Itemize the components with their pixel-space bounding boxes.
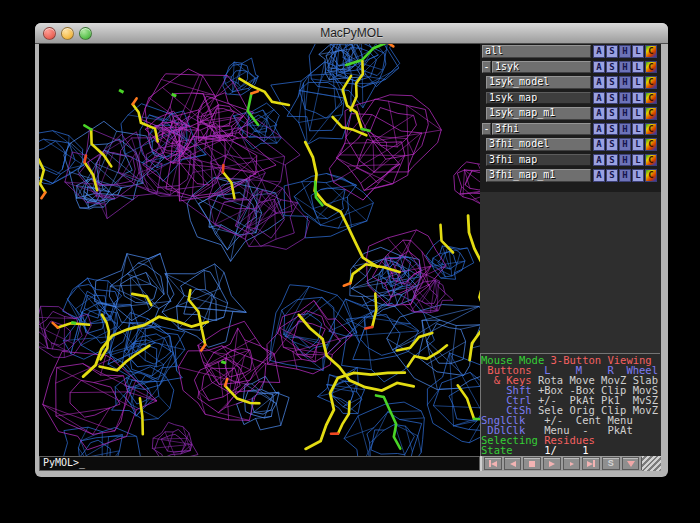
stop-button[interactable] xyxy=(523,457,541,470)
h-menu-button[interactable]: H xyxy=(619,76,631,89)
play-button[interactable] xyxy=(543,457,561,470)
a-menu-button[interactable]: A xyxy=(593,92,605,105)
h-menu-button[interactable]: H xyxy=(619,45,631,58)
l-menu-button[interactable]: L xyxy=(632,169,644,182)
object-name-3fhi[interactable]: 3fhi xyxy=(492,123,591,136)
scene-button[interactable]: S xyxy=(602,457,620,470)
movie-menu-button[interactable] xyxy=(622,457,640,470)
object-row-3fhi_model: 3fhi_modelASHLC xyxy=(481,138,661,151)
s-menu-button[interactable]: S xyxy=(606,123,618,136)
c-menu-button[interactable]: C xyxy=(645,169,657,182)
a-menu-button[interactable]: A xyxy=(593,61,605,74)
control-sidebar: allASHLC-1sykASHLC1syk_modelASHLC1syk_ma… xyxy=(480,44,661,456)
l-menu-button[interactable]: L xyxy=(632,107,644,120)
l-menu-button[interactable]: L xyxy=(632,76,644,89)
c-menu-button[interactable]: C xyxy=(645,138,657,151)
a-menu-button[interactable]: A xyxy=(593,154,605,167)
object-name-1syk_map_m1[interactable]: 1syk_map_m1 xyxy=(486,107,591,120)
s-menu-button[interactable]: S xyxy=(606,138,618,151)
a-menu-button[interactable]: A xyxy=(593,138,605,151)
l-menu-button[interactable]: L xyxy=(632,92,644,105)
s-menu-button[interactable]: S xyxy=(606,107,618,120)
step-back-icon xyxy=(510,461,516,467)
h-menu-button[interactable]: H xyxy=(619,92,631,105)
s-menu-button[interactable]: S xyxy=(606,61,618,74)
mouse-panel-line-9[interactable]: State 1/ 1 xyxy=(481,445,660,455)
c-menu-button[interactable]: C xyxy=(645,154,657,167)
h-menu-button[interactable]: H xyxy=(619,107,631,120)
l-menu-button[interactable]: L xyxy=(632,138,644,151)
movie-control-bar: SF xyxy=(480,456,661,471)
mouse-panel-text: State xyxy=(481,444,513,456)
object-row-1syk_map_m1: 1syk_map_m1ASHLC xyxy=(481,107,661,120)
l-menu-button[interactable]: L xyxy=(632,45,644,58)
step-forward-icon xyxy=(570,462,574,466)
a-menu-button[interactable]: A xyxy=(593,45,605,58)
h-menu-button[interactable]: H xyxy=(619,61,631,74)
s-menu-button[interactable]: S xyxy=(606,45,618,58)
object-list: allASHLC-1sykASHLC1syk_modelASHLC1syk_ma… xyxy=(481,45,661,182)
command-line-input[interactable]: PyMOL>_ xyxy=(39,456,480,471)
c-menu-button[interactable]: C xyxy=(645,76,657,89)
object-list-region: allASHLC-1sykASHLC1syk_modelASHLC1syk_ma… xyxy=(480,44,661,192)
stop-icon xyxy=(529,461,535,467)
scene-label: S xyxy=(608,459,614,468)
step-forward-button[interactable] xyxy=(563,457,581,470)
title-bar[interactable]: MacPyMOL xyxy=(35,23,668,44)
skip-to-start-icon xyxy=(491,461,497,467)
c-menu-button[interactable]: C xyxy=(645,92,657,105)
object-row-1syk: -1sykASHLC xyxy=(481,61,661,74)
step-back-button[interactable] xyxy=(504,457,522,470)
electron-density-render[interactable] xyxy=(39,44,480,456)
object-name-1syk[interactable]: 1syk xyxy=(492,61,591,74)
c-menu-button[interactable]: C xyxy=(645,107,657,120)
skip-to-end-icon xyxy=(593,460,595,467)
a-menu-button[interactable]: A xyxy=(593,123,605,136)
object-name-1syk_model[interactable]: 1syk_model xyxy=(486,76,591,89)
h-menu-button[interactable]: H xyxy=(619,169,631,182)
resize-grip[interactable] xyxy=(642,456,661,471)
movie-menu-icon xyxy=(627,461,635,467)
object-name-3fhi_map_m1[interactable]: 3fhi_map_m1 xyxy=(486,169,591,182)
c-menu-button[interactable]: C xyxy=(645,123,657,136)
h-menu-button[interactable]: H xyxy=(619,123,631,136)
a-menu-button[interactable]: A xyxy=(593,76,605,89)
window-content: PyMOL>_ allASHLC-1sykASHLC1syk_modelASHL… xyxy=(39,44,661,471)
skip-to-end-button[interactable] xyxy=(582,457,600,470)
object-name-3fhi_model[interactable]: 3fhi_model xyxy=(486,138,591,151)
object-row-1syk_model: 1syk_modelASHLC xyxy=(481,76,661,89)
l-menu-button[interactable]: L xyxy=(632,154,644,167)
object-row-3fhi_map: 3fhi_mapASHLC xyxy=(481,154,661,167)
h-menu-button[interactable]: H xyxy=(619,154,631,167)
s-menu-button[interactable]: S xyxy=(606,154,618,167)
molecular-viewport[interactable] xyxy=(39,44,480,456)
object-name-3fhi_map[interactable]: 3fhi_map xyxy=(486,154,591,167)
object-row-3fhi_map_m1: 3fhi_map_m1ASHLC xyxy=(481,169,661,182)
desktop: { "window": { "title": "MacPyMOL", "traf… xyxy=(0,0,700,523)
l-menu-button[interactable]: L xyxy=(632,61,644,74)
object-row-1syk_map: 1syk_mapASHLC xyxy=(481,92,661,105)
group-collapse-toggle[interactable]: - xyxy=(482,123,491,136)
group-collapse-toggle[interactable]: - xyxy=(482,61,491,74)
object-name-all[interactable]: all xyxy=(482,45,591,58)
skip-to-start-button[interactable] xyxy=(484,457,502,470)
c-menu-button[interactable]: C xyxy=(645,45,657,58)
s-menu-button[interactable]: S xyxy=(606,76,618,89)
a-menu-button[interactable]: A xyxy=(593,107,605,120)
object-row-all: allASHLC xyxy=(481,45,661,58)
macpymol-window: MacPyMOL PyMOL>_ allASHLC-1sykASHLC1syk_… xyxy=(35,23,668,477)
mouse-panel-text: 1/ 1 xyxy=(513,444,589,456)
mouse-mode-panel: Mouse Mode 3-Button Viewing Buttons L M … xyxy=(480,353,660,456)
l-menu-button[interactable]: L xyxy=(632,123,644,136)
object-row-3fhi: -3fhiASHLC xyxy=(481,123,661,136)
s-menu-button[interactable]: S xyxy=(606,169,618,182)
play-icon xyxy=(549,461,555,467)
s-menu-button[interactable]: S xyxy=(606,92,618,105)
h-menu-button[interactable]: H xyxy=(619,138,631,151)
object-name-1syk_map[interactable]: 1syk_map xyxy=(486,92,591,105)
a-menu-button[interactable]: A xyxy=(593,169,605,182)
c-menu-button[interactable]: C xyxy=(645,61,657,74)
window-title: MacPyMOL xyxy=(35,26,668,40)
